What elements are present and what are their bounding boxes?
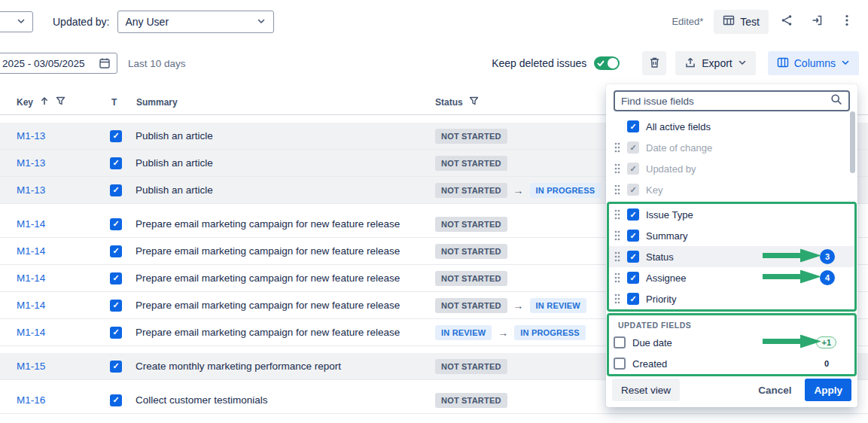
field-row-due-date[interactable]: Due date+1 xyxy=(609,332,854,353)
checkbox-checked-icon[interactable]: ✓ xyxy=(110,184,122,196)
drag-handle-icon[interactable] xyxy=(614,163,621,175)
checkbox-checked-icon[interactable]: ✓ xyxy=(110,218,122,230)
checkbox-checked-icon[interactable]: ✓ xyxy=(627,251,639,263)
issue-summary: Publish an article xyxy=(136,130,435,142)
issue-key-link[interactable]: M1-16 xyxy=(0,394,105,406)
issue-key-link[interactable]: M1-14 xyxy=(0,327,105,338)
issue-key-link[interactable]: M1-14 xyxy=(0,245,105,257)
field-row-created[interactable]: Created0 xyxy=(609,353,854,374)
last-days-label: Last 10 days xyxy=(128,58,186,69)
annotation-arrow-icon xyxy=(763,335,821,351)
column-header-summary[interactable]: Summary xyxy=(136,97,435,108)
export-button[interactable]: Export xyxy=(675,51,755,75)
status-chip: NOT STARTED xyxy=(435,393,507,408)
drag-handle-icon[interactable] xyxy=(614,184,621,196)
columns-button[interactable]: Columns xyxy=(768,51,859,75)
checkbox-checked-icon[interactable]: ✓ xyxy=(627,208,639,221)
test-view-label: Test xyxy=(740,16,760,28)
field-row-assignee[interactable]: ✓Assignee4 xyxy=(609,267,854,288)
issue-summary: Prepare email marketing campaign for new… xyxy=(136,300,435,311)
issue-summary: Collect customer testimonials xyxy=(136,394,435,406)
all-active-fields-row[interactable]: ✓ All active fields xyxy=(609,116,854,137)
drag-handle-icon[interactable] xyxy=(614,293,621,305)
apply-button[interactable]: Apply xyxy=(805,379,851,401)
transition-arrow-icon: → xyxy=(498,327,508,339)
share-button[interactable] xyxy=(775,10,799,34)
checkbox-checked-icon[interactable]: ✓ xyxy=(627,230,639,242)
drag-handle-icon[interactable] xyxy=(614,230,621,242)
checkbox-checked-icon[interactable]: ✓ xyxy=(110,157,122,169)
top-toolbar: Updated by: Any User Edited* Test xyxy=(0,0,868,43)
issue-key-link[interactable]: M1-14 xyxy=(0,300,105,311)
checkbox-unchecked-icon[interactable] xyxy=(614,336,626,348)
status-chip: IN REVIEW xyxy=(435,325,492,340)
drag-handle-icon[interactable] xyxy=(614,142,621,154)
keep-deleted-toggle[interactable] xyxy=(594,56,620,70)
checkbox-checked-icon[interactable]: ✓ xyxy=(110,300,122,312)
field-label: Issue Type xyxy=(646,209,693,221)
issue-key-link[interactable]: M1-14 xyxy=(0,218,105,230)
filter-icon[interactable] xyxy=(469,96,479,108)
field-count-badge: +1 xyxy=(816,336,836,348)
checkbox-unchecked-icon[interactable] xyxy=(614,358,626,370)
drag-handle-icon[interactable] xyxy=(614,251,621,263)
checkbox-checked-icon[interactable]: ✓ xyxy=(110,130,122,142)
chevron-down-icon xyxy=(17,15,26,29)
checkbox-checked-icon[interactable]: ✓ xyxy=(627,272,639,284)
field-search-input[interactable] xyxy=(621,96,830,107)
transition-arrow-icon: → xyxy=(513,300,524,312)
issue-key-link[interactable]: M1-13 xyxy=(0,157,105,169)
issue-key-link[interactable]: M1-15 xyxy=(0,361,105,372)
column-header-type[interactable]: T xyxy=(105,97,136,108)
field-row-priority[interactable]: ✓Priority xyxy=(609,288,854,309)
checkbox-checked-icon[interactable]: ✓ xyxy=(110,272,122,285)
issue-key-link[interactable]: M1-13 xyxy=(0,130,105,142)
column-header-key[interactable]: Key xyxy=(0,96,105,108)
panel-scrollbar[interactable] xyxy=(850,111,855,173)
chevron-down-icon xyxy=(257,16,266,28)
checkbox-checked-icon[interactable]: ✓ xyxy=(627,293,639,305)
open-in-new-icon xyxy=(811,14,823,29)
field-row-summary[interactable]: ✓Summary xyxy=(609,225,854,246)
field-row-status[interactable]: ✓Status3 xyxy=(609,246,854,267)
transition-arrow-icon: → xyxy=(513,184,524,196)
field-row-issue-type[interactable]: ✓Issue Type xyxy=(609,204,854,225)
status-chip: NOT STARTED xyxy=(435,359,507,374)
open-in-new-button[interactable] xyxy=(805,10,829,34)
checkbox-checked-icon[interactable]: ✓ xyxy=(110,245,122,257)
columns-label: Columns xyxy=(794,57,836,69)
checkbox-checked-icon[interactable]: ✓ xyxy=(110,327,122,339)
drag-handle-icon[interactable] xyxy=(614,272,621,284)
test-view-button[interactable]: Test xyxy=(714,10,769,34)
cancel-button[interactable]: Cancel xyxy=(758,385,791,396)
sort-ascending-icon[interactable] xyxy=(40,96,49,108)
field-label: Date of change xyxy=(646,142,712,154)
chevron-down-icon xyxy=(738,57,747,69)
drag-handle-icon[interactable] xyxy=(614,208,621,221)
date-range-input[interactable]: 2025 - 03/05/2025 xyxy=(0,53,117,74)
checkbox-checked-icon[interactable]: ✓ xyxy=(627,120,639,132)
check-icon xyxy=(597,59,605,67)
panel-footer: Reset view Cancel Apply xyxy=(612,379,851,401)
field-search xyxy=(614,90,850,111)
annotation-arrow-icon xyxy=(763,270,821,286)
more-options-button[interactable] xyxy=(835,10,859,34)
issue-key-link[interactable]: M1-13 xyxy=(0,184,105,196)
checkbox-checked-icon[interactable]: ✓ xyxy=(110,394,122,406)
leftmost-dropdown[interactable] xyxy=(0,11,33,32)
field-label: Due date xyxy=(632,337,672,348)
reset-view-button[interactable]: Reset view xyxy=(612,379,680,401)
issue-key-link[interactable]: M1-14 xyxy=(0,272,105,284)
checkbox-checked-icon[interactable]: ✓ xyxy=(110,361,122,373)
table-icon xyxy=(723,15,735,28)
field-label: Updated by xyxy=(646,163,696,175)
delete-button[interactable] xyxy=(642,51,666,75)
checkbox-disabled-icon: ✓ xyxy=(627,184,639,196)
annotation-box-active-fields: ✓Issue Type✓Summary✓Status3✓Assignee4✓Pr… xyxy=(607,202,857,312)
summary-header-label: Summary xyxy=(136,97,178,108)
checkbox-disabled-icon: ✓ xyxy=(627,142,639,154)
field-row-date-of-change: ✓Date of change xyxy=(609,137,854,158)
filter-icon[interactable] xyxy=(56,96,65,108)
field-count-badge: 3 xyxy=(820,249,835,264)
updated-by-select[interactable]: Any User xyxy=(117,11,274,33)
